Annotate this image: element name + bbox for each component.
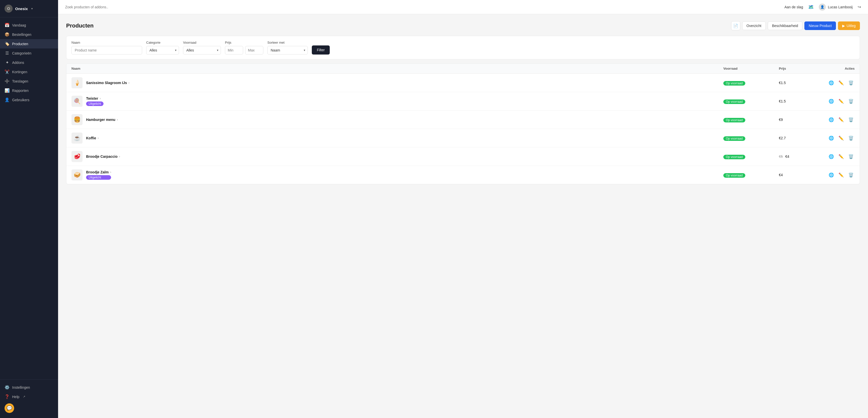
product-meta: Twister › Uitgelicht <box>86 96 103 106</box>
sidebar-item-producten[interactable]: 🏷️ Producten <box>0 39 58 49</box>
filter-categorie-select[interactable]: Alles IJsjes Snacks Dranken Broodjes <box>146 46 179 55</box>
delete-action-button[interactable]: 🗑️ <box>847 98 855 105</box>
globe-action-button[interactable]: 🌐 <box>828 134 835 142</box>
nieuw-product-button[interactable]: Nieuw Product <box>804 22 836 30</box>
logout-icon[interactable]: ↪ <box>858 4 861 9</box>
edit-action-button[interactable]: ✏️ <box>837 153 845 160</box>
globe-action-button[interactable]: 🌐 <box>828 79 835 87</box>
sidebar-item-bestellingen[interactable]: 📦 Bestellingen <box>0 30 58 39</box>
edit-action-button[interactable]: ✏️ <box>837 79 845 87</box>
actions-cell: 🌐 ✏️ 🗑️ <box>824 171 855 179</box>
delete-action-button[interactable]: 🗑️ <box>847 116 855 123</box>
chevron-right-icon: › <box>128 81 129 85</box>
product-name-link[interactable]: Koffie <box>86 136 96 140</box>
chevron-right-icon: › <box>119 155 120 158</box>
sidebar-item-rapporten[interactable]: 📊 Rapporten <box>0 86 58 95</box>
play-icon: ▶ <box>842 24 845 28</box>
filter-button[interactable]: Filter <box>312 45 330 55</box>
aan-de-slag-link[interactable]: Aan de slag <box>784 5 803 9</box>
beschikbaarheid-button[interactable]: Beschikbaarheid <box>768 22 803 30</box>
price-cell: €2.7 <box>779 136 824 140</box>
delete-action-button[interactable]: 🗑️ <box>847 134 855 142</box>
sidebar-item-label: Bestellingen <box>12 33 31 37</box>
filter-sorteer-group: Sorteer met Naam Prijs Voorraad <box>267 41 308 55</box>
sidebar-header[interactable]: O Onesix ▾ <box>0 0 58 18</box>
filter-price-inputs <box>225 46 263 55</box>
map-icon[interactable]: 🗺️ <box>808 4 814 10</box>
sidebar-item-label: Rapporten <box>12 89 29 93</box>
chevron-right-icon: › <box>100 97 101 100</box>
product-cell: 🥩 Broodje Carpaccio › <box>71 151 723 162</box>
product-name: Twister › <box>86 96 103 100</box>
sidebar-item-kortingen[interactable]: ✂️ Kortingen <box>0 67 58 76</box>
delete-action-button[interactable]: 🗑️ <box>847 153 855 160</box>
settings-icon: ⚙️ <box>4 385 9 390</box>
globe-action-button[interactable]: 🌐 <box>828 116 835 123</box>
sidebar-item-vandaag[interactable]: 📅 Vandaag <box>0 21 58 30</box>
overzicht-button[interactable]: Overzicht <box>742 22 766 30</box>
edit-action-button[interactable]: ✏️ <box>837 134 845 142</box>
sidebar-nav: 📅 Vandaag 📦 Bestellingen 🏷️ Producten ☰ … <box>0 18 58 379</box>
globe-action-button[interactable]: 🌐 <box>828 171 835 179</box>
sidebar-item-help[interactable]: ❓ Help ↗ <box>0 392 58 401</box>
filter-prijs-max[interactable] <box>245 46 263 55</box>
product-name-link[interactable]: Twister <box>86 96 98 100</box>
product-name: Koffie › <box>86 136 99 140</box>
edit-action-button[interactable]: ✏️ <box>837 98 845 105</box>
filter-prijs-group: Prijs <box>225 41 263 55</box>
sidebar-item-label: Categorieën <box>12 51 31 55</box>
product-meta: Broodje Zalm › Uitgelicht <box>86 170 111 180</box>
export-button[interactable]: 📄 <box>731 21 740 30</box>
sidebar-footer: ⚙️ Instellingen ❓ Help ↗ 💬 <box>0 379 58 418</box>
product-cell: 🍭 Twister › Uitgelicht <box>71 96 723 107</box>
product-name-link[interactable]: Broodje Carpaccio <box>86 155 117 159</box>
delete-action-button[interactable]: 🗑️ <box>847 171 855 179</box>
categories-icon: ☰ <box>4 51 9 56</box>
uitleg-button[interactable]: ▶ Uitleg <box>838 22 860 30</box>
delete-action-button[interactable]: 🗑️ <box>847 79 855 87</box>
price-cell: €9 <box>779 118 824 122</box>
topbar-right: Aan de slag 🗺️ 👤 Lucas Lambooij ↪ <box>784 3 861 10</box>
chevron-down-icon: ▾ <box>31 7 33 10</box>
uitleg-label: Uitleg <box>846 24 856 28</box>
sidebar-item-categorieen[interactable]: ☰ Categorieën <box>0 49 58 58</box>
actions-cell: 🌐 ✏️ 🗑️ <box>824 79 855 87</box>
main-area: Aan de slag 🗺️ 👤 Lucas Lambooij ↪ Produc… <box>58 0 868 418</box>
stock-cell: Op voorraad <box>723 80 779 86</box>
search-input[interactable] <box>65 5 780 9</box>
filter-sorteer-select-wrap: Naam Prijs Voorraad <box>267 46 308 55</box>
brand-name: Onesix <box>15 6 28 11</box>
table-row: 🍦 Sanissimo Slagroom IJs › Op voorraad €… <box>66 74 860 92</box>
product-name-link[interactable]: Sanissimo Slagroom IJs <box>86 81 127 85</box>
globe-action-button[interactable]: 🌐 <box>828 98 835 105</box>
edit-action-button[interactable]: ✏️ <box>837 116 845 123</box>
filter-naam-input[interactable] <box>71 46 142 55</box>
chat-button[interactable]: 💬 <box>4 404 14 413</box>
col-acties: Acties <box>824 67 855 70</box>
globe-action-button[interactable]: 🌐 <box>828 153 835 160</box>
filter-prijs-min[interactable] <box>225 46 243 55</box>
product-meta: Hamburger menu › <box>86 118 118 122</box>
sidebar-item-addons[interactable]: ✦ Addons <box>0 58 58 67</box>
product-image: 🍭 <box>71 96 83 107</box>
chevron-right-icon: › <box>110 170 111 174</box>
price-cell: €5 €4 <box>779 155 824 159</box>
sidebar: O Onesix ▾ 📅 Vandaag 📦 Bestellingen 🏷️ P… <box>0 0 58 418</box>
filter-sorteer-select[interactable]: Naam Prijs Voorraad <box>267 46 308 55</box>
filter-categorie-select-wrap: Alles IJsjes Snacks Dranken Broodjes <box>146 46 179 55</box>
filter-voorraad-select[interactable]: Alles Op voorraad Niet op voorraad <box>183 46 221 55</box>
sidebar-item-gebruikers[interactable]: 👤 Gebruikers <box>0 95 58 104</box>
user-menu[interactable]: 👤 Lucas Lambooij <box>819 3 852 10</box>
stock-badge: Op voorraad <box>723 99 745 104</box>
edit-action-button[interactable]: ✏️ <box>837 171 845 179</box>
product-name: Hamburger menu › <box>86 118 118 122</box>
filter-prijs-label: Prijs <box>225 41 263 44</box>
sidebar-item-toeslagen[interactable]: ➕ Toeslagen <box>0 76 58 86</box>
product-name-link[interactable]: Broodje Zalm <box>86 170 108 174</box>
price-old: €5 <box>779 155 783 159</box>
product-image: 🍔 <box>71 114 83 125</box>
content-area: Producten 📄 Overzicht Beschikbaarheid Ni… <box>58 14 868 418</box>
sidebar-item-instellingen[interactable]: ⚙️ Instellingen <box>0 383 58 392</box>
table-row: ☕ Koffie › Op voorraad €2.7 🌐 ✏️ 🗑️ <box>66 129 860 148</box>
product-name-link[interactable]: Hamburger menu <box>86 118 115 122</box>
